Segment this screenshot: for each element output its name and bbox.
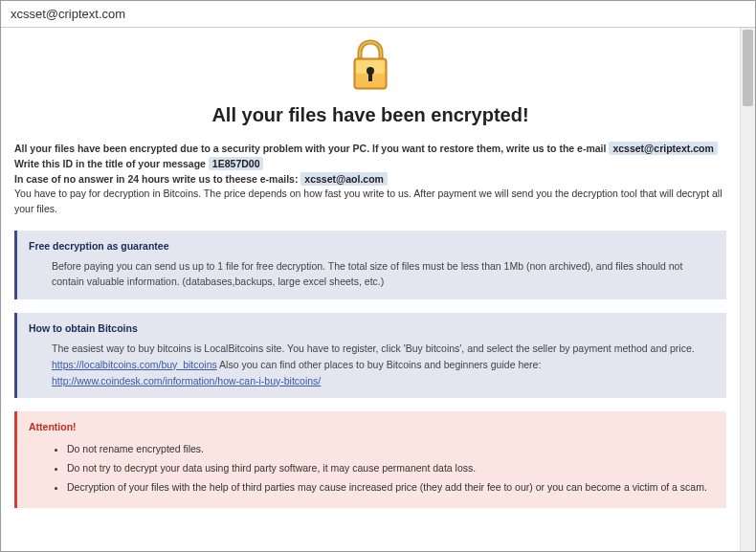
content-area: All your files have been encrypted! All … — [1, 28, 740, 551]
svg-rect-4 — [368, 72, 372, 81]
main-title: All your files have been encrypted! — [14, 104, 726, 126]
content-wrapper: All your files have been encrypted! All … — [1, 28, 755, 551]
guarantee-box: Free decryption as guarantee Before payi… — [14, 231, 726, 299]
intro-line2: Write this ID in the title of your messa… — [14, 157, 726, 172]
bitcoins-link2[interactable]: http://www.coindesk.com/information/how-… — [52, 375, 321, 386]
window-titlebar: xcsset@criptext.com — [1, 1, 755, 28]
attention-title: Attention! — [29, 419, 715, 435]
victim-id: 1E857D00 — [209, 157, 264, 170]
intro-block: All your files have been encrypted due t… — [14, 142, 726, 217]
bitcoins-line1: The easiest way to buy bitcoins is Local… — [52, 342, 695, 354]
intro-line3: In case of no answer in 24 hours write u… — [14, 172, 726, 188]
email-primary: xcsset@criptext.com — [609, 142, 717, 155]
window-frame: xcsset@criptext.com All your files have … — [0, 0, 756, 552]
window-title: xcsset@criptext.com — [11, 7, 125, 21]
intro-line3-text: In case of no answer in 24 hours write u… — [14, 173, 298, 185]
intro-line1-text: All your files have been encrypted due t… — [14, 143, 606, 154]
bitcoins-link1[interactable]: https://localbitcoins.com/buy_bitcoins — [52, 359, 217, 370]
intro-line1: All your files have been encrypted due t… — [14, 142, 726, 157]
bitcoins-title: How to obtain Bitcoins — [29, 320, 715, 337]
bitcoins-box: How to obtain Bitcoins The easiest way t… — [14, 313, 726, 398]
email-secondary: xcsset@aol.com — [300, 172, 388, 186]
lock-icon — [346, 39, 394, 93]
guarantee-body: Before paying you can send us up to 1 fi… — [29, 258, 715, 291]
attention-item: Decryption of your files with the help o… — [67, 479, 715, 496]
scrollbar-track[interactable] — [740, 28, 755, 551]
intro-line2-text: Write this ID in the title of your messa… — [14, 158, 206, 169]
bitcoins-line2: Also you can find other places to buy Bi… — [219, 359, 541, 370]
attention-item: Do not rename encrypted files. — [67, 441, 715, 457]
scrollbar-thumb[interactable] — [743, 30, 753, 106]
guarantee-title: Free decryption as guarantee — [29, 238, 715, 254]
bitcoins-body: The easiest way to buy bitcoins is Local… — [29, 341, 715, 388]
attention-list: Do not rename encrypted files. Do not tr… — [29, 441, 715, 495]
intro-line4: You have to pay for decryption in Bitcoi… — [14, 187, 726, 217]
lock-icon-wrap — [14, 39, 726, 97]
attention-box: Attention! Do not rename encrypted files… — [14, 411, 726, 507]
attention-item: Do not try to decrypt your data using th… — [67, 460, 715, 476]
